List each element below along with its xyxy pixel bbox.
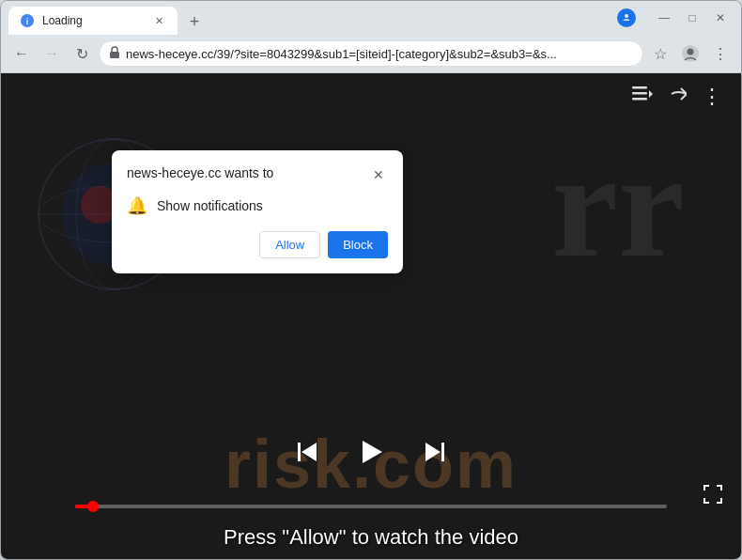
bell-icon: 🔔 [127, 195, 147, 216]
back-button[interactable]: ← [8, 40, 35, 67]
popup-header: news-heceye.cc wants to ✕ [127, 165, 388, 184]
notification-popup: news-heceye.cc wants to ✕ 🔔 Show notific… [112, 150, 403, 273]
popup-buttons: Allow Block [127, 231, 388, 258]
progress-bar-container[interactable] [75, 505, 667, 508]
more-options-button[interactable]: ⋮ [702, 85, 722, 109]
notification-label: Show notifications [157, 198, 263, 213]
block-button[interactable]: Block [328, 231, 388, 258]
svg-rect-20 [441, 443, 444, 461]
tab-title: Loading [42, 14, 144, 27]
allow-button[interactable]: Allow [259, 231, 320, 258]
lock-icon [109, 46, 120, 62]
forward-button[interactable]: → [39, 40, 65, 67]
svg-text:i: i [26, 17, 29, 26]
tabs-area: i Loading ✕ + [8, 1, 617, 35]
bookmark-star-icon[interactable]: ☆ [647, 40, 673, 67]
svg-point-3 [625, 14, 628, 18]
popup-close-button[interactable]: ✕ [369, 165, 388, 184]
maximize-button[interactable]: □ [679, 5, 705, 31]
new-tab-button[interactable]: + [181, 8, 208, 35]
progress-bar-fill [75, 505, 93, 508]
svg-rect-13 [632, 86, 647, 89]
chrome-menu-icon[interactable]: ⋮ [707, 40, 734, 67]
minimize-button[interactable]: — [651, 5, 677, 31]
page-content: rr risk.com ⋮ [1, 73, 741, 559]
svg-point-6 [688, 49, 694, 55]
play-button[interactable] [358, 439, 384, 465]
svg-rect-4 [110, 52, 119, 58]
progress-dot [87, 501, 99, 512]
next-button[interactable] [422, 441, 444, 463]
popup-notification-row: 🔔 Show notifications [127, 195, 388, 216]
video-subtitle: Press "Allow" to watch the video [1, 525, 741, 550]
window-controls: — □ ✕ [651, 5, 734, 31]
close-button[interactable]: ✕ [707, 5, 734, 31]
tab-close-button[interactable]: ✕ [151, 13, 166, 28]
previous-button[interactable] [298, 441, 320, 463]
address-bar: ← → ↻ news-heceye.cc/39/?site=8043299&su… [1, 35, 741, 72]
tab-favicon: i [20, 13, 35, 28]
share-button[interactable] [668, 86, 687, 108]
progress-bar-track[interactable] [75, 505, 667, 508]
svg-marker-19 [363, 441, 382, 463]
svg-rect-17 [298, 443, 301, 461]
url-bar[interactable]: news-heceye.cc/39/?site=8043299&sub1=[si… [99, 40, 643, 67]
svg-marker-21 [425, 443, 441, 461]
profile-button[interactable] [677, 40, 703, 67]
url-text: news-heceye.cc/39/?site=8043299&sub1=[si… [126, 47, 633, 61]
playlist-button[interactable] [632, 86, 653, 108]
svg-rect-14 [632, 92, 647, 95]
svg-rect-15 [632, 98, 647, 101]
title-bar-profile-icon [617, 8, 636, 27]
video-transport-controls [298, 439, 444, 465]
title-bar: i Loading ✕ + — □ ✕ [1, 1, 741, 35]
refresh-button[interactable]: ↻ [69, 40, 95, 67]
active-tab[interactable]: i Loading ✕ [8, 7, 178, 35]
video-top-controls: ⋮ [632, 85, 722, 109]
logo-watermark: rr [551, 130, 685, 280]
svg-marker-16 [649, 90, 653, 98]
fullscreen-button[interactable] [703, 485, 722, 508]
svg-marker-18 [301, 443, 317, 461]
popup-title: news-heceye.cc wants to [127, 165, 273, 180]
browser-window: i Loading ✕ + — □ ✕ ← → ↻ [0, 0, 742, 560]
